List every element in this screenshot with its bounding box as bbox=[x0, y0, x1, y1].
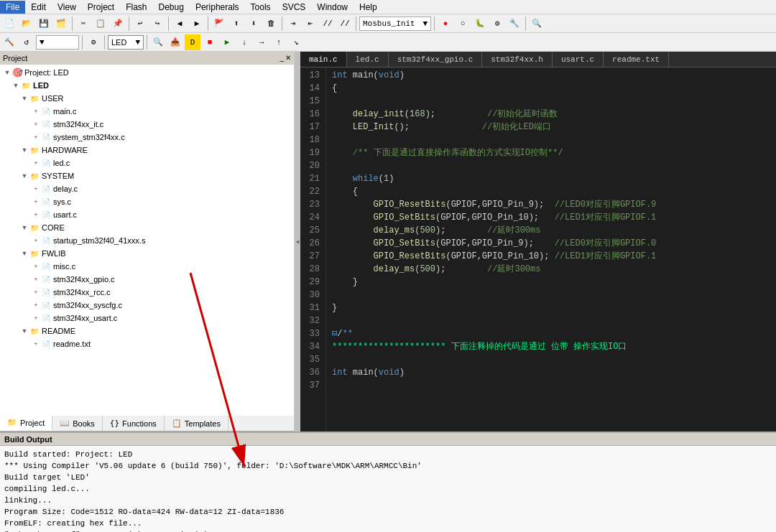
project-panel-title: Project bbox=[3, 54, 27, 62]
target-label: LED bbox=[111, 38, 126, 47]
tree-project-root[interactable]: ▼ 🎯 Project: LED bbox=[0, 66, 294, 79]
comment-btn[interactable]: // bbox=[320, 16, 336, 32]
run2-btn[interactable]: ▶ bbox=[219, 34, 235, 50]
search2-btn[interactable]: 🔍 bbox=[150, 34, 166, 50]
debug2-btn[interactable]: D bbox=[185, 34, 200, 50]
tree-file-readme[interactable]: + 📄 readme.txt bbox=[0, 337, 294, 350]
tree-file-sys[interactable]: + 📄 sys.c bbox=[0, 195, 294, 208]
toolbar-2: 🔨 ↺ ▼ ⚙ LED ▼ 🔍 📥 D ■ ▶ ↓ → ↑ ↘ bbox=[0, 33, 776, 52]
uncomment-btn[interactable]: // bbox=[337, 16, 353, 32]
tab-books[interactable]: 📖 Books bbox=[52, 416, 103, 431]
expand-icon: ▼ bbox=[3, 69, 11, 76]
tree-file-it[interactable]: + 📄 stm32f4xx_it.c bbox=[0, 118, 294, 131]
project-dropdown[interactable]: Mosbus_Init ▼ bbox=[359, 17, 431, 31]
tab-project[interactable]: 📁 Project bbox=[0, 416, 52, 431]
open-btn[interactable]: 📂 bbox=[19, 16, 34, 32]
menu-file[interactable]: File bbox=[0, 1, 25, 14]
menu-tools[interactable]: Tools bbox=[245, 1, 277, 14]
tree-hardware-folder[interactable]: ▼ 📁 HARDWARE bbox=[0, 144, 294, 157]
menu-view[interactable]: View bbox=[52, 1, 82, 14]
next-bookmark-btn[interactable]: ⬇ bbox=[246, 16, 262, 32]
next-btn[interactable]: → bbox=[254, 34, 269, 50]
tree-fwlib-folder[interactable]: ▼ 📁 FWLIB bbox=[0, 247, 294, 260]
tree-file-led[interactable]: + 📄 led.c bbox=[0, 157, 294, 169]
tree-file-misc[interactable]: + 📄 misc.c bbox=[0, 260, 294, 273]
indent-btn[interactable]: ⇥ bbox=[285, 16, 301, 32]
tab-stm32-h[interactable]: stm32f4xx.h bbox=[482, 52, 553, 67]
copy-btn[interactable]: 📋 bbox=[93, 16, 108, 32]
menu-project[interactable]: Project bbox=[82, 1, 120, 14]
tree-core-folder[interactable]: ▼ 📁 CORE bbox=[0, 221, 294, 234]
tree-file-main[interactable]: + 📄 main.c bbox=[0, 105, 294, 118]
panel-splitter[interactable]: ◀ bbox=[295, 52, 300, 431]
stop-btn[interactable]: ○ bbox=[455, 16, 471, 32]
tab-templates[interactable]: 📋 Templates bbox=[165, 416, 228, 431]
rebuild-btn[interactable]: ↺ bbox=[19, 34, 34, 50]
redo-btn[interactable]: ↪ bbox=[149, 16, 165, 32]
undo-btn[interactable]: ↩ bbox=[132, 16, 148, 32]
save-all-btn[interactable]: 🗂️ bbox=[53, 16, 69, 32]
out-btn[interactable]: ↑ bbox=[271, 34, 287, 50]
prev-bookmark-btn[interactable]: ⬆ bbox=[228, 16, 244, 32]
tree-label: led.c bbox=[53, 159, 70, 167]
panel-minimize-btn[interactable]: _ bbox=[280, 54, 284, 62]
proj-icon: 📁 bbox=[7, 418, 17, 427]
tree-label: CORE bbox=[42, 223, 65, 232]
clear-bookmarks-btn[interactable]: 🗑 bbox=[263, 16, 279, 32]
target-select-dropdown[interactable]: LED ▼ bbox=[108, 35, 144, 50]
menu-svcs[interactable]: SVCS bbox=[277, 1, 312, 14]
menu-help[interactable]: Help bbox=[354, 1, 383, 14]
menu-edit[interactable]: Edit bbox=[25, 1, 52, 14]
tab-led-c[interactable]: led.c bbox=[347, 52, 389, 67]
run-btn[interactable]: ● bbox=[438, 16, 453, 32]
new-file-btn[interactable]: 📄 bbox=[1, 16, 17, 32]
target-dropdown[interactable]: ▼ bbox=[36, 35, 79, 50]
paste-btn[interactable]: 📌 bbox=[110, 16, 126, 32]
menu-peripherals[interactable]: Peripherals bbox=[190, 1, 245, 14]
menu-debug[interactable]: Debug bbox=[153, 1, 190, 14]
stop2-btn[interactable]: ■ bbox=[202, 34, 218, 50]
tools-btn[interactable]: 🔧 bbox=[507, 16, 522, 32]
tree-file-gpio[interactable]: + 📄 stm32f4xx_gpio.c bbox=[0, 273, 294, 286]
tree-file-rcc[interactable]: + 📄 stm32f4xx_rcc.c bbox=[0, 286, 294, 299]
tab-main-c[interactable]: main.c bbox=[300, 52, 347, 67]
debug-btn[interactable]: 🐛 bbox=[472, 16, 488, 32]
step-btn[interactable]: ↓ bbox=[236, 34, 252, 50]
bookmark-btn[interactable]: 🚩 bbox=[211, 16, 227, 32]
nav-back-btn[interactable]: ◀ bbox=[172, 16, 188, 32]
tree-file-startup[interactable]: + 📄 startup_stm32f40_41xxx.s bbox=[0, 234, 294, 247]
tree-file-usart2[interactable]: + 📄 stm32f4xx_usart.c bbox=[0, 312, 294, 325]
run-to-btn[interactable]: ↘ bbox=[288, 34, 304, 50]
tab-functions[interactable]: {} Functions bbox=[103, 416, 165, 431]
unindent-btn[interactable]: ⇤ bbox=[302, 16, 318, 32]
save-btn[interactable]: 💾 bbox=[36, 16, 52, 32]
tab-usart-c[interactable]: usart.c bbox=[553, 52, 604, 67]
tree-readme-folder[interactable]: ▼ 📁 README bbox=[0, 325, 294, 337]
tree-file-syscfg[interactable]: + 📄 stm32f4xx_syscfg.c bbox=[0, 299, 294, 312]
tree-label: HARDWARE bbox=[42, 146, 88, 154]
tree-file-delay[interactable]: + 📄 delay.c bbox=[0, 182, 294, 195]
build-btn[interactable]: 🔨 bbox=[1, 34, 17, 50]
file-icon: 📄 bbox=[40, 312, 52, 324]
expand-icon: + bbox=[32, 121, 40, 128]
nav-fwd-btn[interactable]: ▶ bbox=[189, 16, 205, 32]
menu-flash[interactable]: Flash bbox=[120, 1, 152, 14]
tree-user-folder[interactable]: ▼ 📁 USER bbox=[0, 92, 294, 105]
tree-file-system[interactable]: + 📄 system_stm32f4xx.c bbox=[0, 131, 294, 144]
build-output-content[interactable]: Build started: Project: LED*** Using Com… bbox=[0, 446, 776, 532]
search-btn[interactable]: 🔍 bbox=[529, 16, 545, 32]
tab-readme-txt[interactable]: readme.txt bbox=[604, 52, 669, 67]
tree-file-usart[interactable]: + 📄 usart.c bbox=[0, 208, 294, 221]
menu-window[interactable]: Window bbox=[311, 1, 354, 14]
panel-close-btn[interactable]: ✕ bbox=[285, 54, 291, 62]
load-btn[interactable]: 📥 bbox=[167, 34, 183, 50]
tree-system-folder[interactable]: ▼ 📁 SYSTEM bbox=[0, 169, 294, 182]
target-name: ▼ bbox=[40, 38, 45, 47]
code-editor[interactable]: int main(void) { delay_init(168); //初始化延… bbox=[326, 67, 776, 431]
cut-btn[interactable]: ✂ bbox=[75, 16, 91, 32]
tab-gpio-c[interactable]: stm32f4xx_gpio.c bbox=[389, 52, 483, 67]
tree-label: Project: LED bbox=[24, 68, 69, 77]
settings-btn[interactable]: ⚙ bbox=[489, 16, 505, 32]
target-opt-btn[interactable]: ⚙ bbox=[86, 34, 101, 50]
tree-led-folder[interactable]: ▼ 📁 LED bbox=[0, 79, 294, 92]
